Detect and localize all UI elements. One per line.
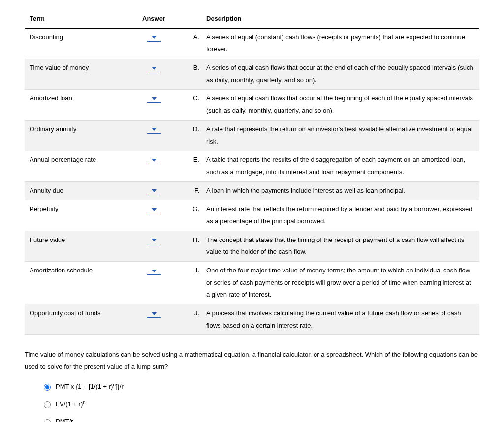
term-cell: Ordinary annuity — [25, 120, 128, 151]
svg-marker-5 — [152, 189, 157, 192]
svg-marker-3 — [152, 128, 157, 131]
chevron-down-icon — [151, 309, 157, 317]
option-radio[interactable] — [44, 419, 51, 422]
letter-cell: I. — [180, 262, 201, 304]
chevron-down-icon — [151, 156, 157, 163]
answer-dropdown[interactable] — [147, 126, 161, 134]
term-cell: Future value — [25, 231, 128, 261]
letter-cell: H. — [180, 231, 201, 261]
answer-dropdown[interactable] — [147, 187, 161, 195]
answer-dropdown[interactable] — [147, 310, 161, 318]
chevron-down-icon — [151, 125, 157, 133]
answer-cell — [128, 200, 180, 231]
question-text: Time value of money calculations can be … — [25, 349, 479, 373]
svg-marker-4 — [152, 159, 157, 162]
header-spacer — [180, 10, 201, 28]
letter-cell: F. — [180, 181, 201, 200]
answer-dropdown[interactable] — [147, 156, 161, 164]
answer-cell — [128, 231, 180, 261]
options-group: PMT x {1 – [1/(1 + r)n]}/rFV/(1 + r)nPMT… — [41, 380, 479, 422]
term-cell: Amortization schedule — [25, 262, 128, 304]
description-cell: A process that involves calculating the … — [201, 304, 479, 335]
option-label: PMT/r — [56, 416, 73, 422]
answer-cell — [128, 28, 180, 59]
answer-dropdown[interactable] — [147, 95, 161, 103]
letter-cell: G. — [180, 200, 201, 231]
description-cell: A series of equal cash flows that occur … — [201, 90, 479, 120]
description-cell: The concept that states that the timing … — [201, 231, 479, 261]
svg-marker-8 — [152, 270, 157, 272]
table-row: Ordinary annuityD.A rate that represents… — [25, 120, 479, 151]
description-cell: A table that reports the results of the … — [201, 151, 479, 181]
answer-dropdown[interactable] — [147, 237, 161, 244]
answer-cell — [128, 262, 180, 304]
answer-dropdown[interactable] — [147, 34, 161, 42]
answer-cell — [128, 120, 180, 151]
chevron-down-icon — [151, 236, 157, 243]
description-cell: A series of equal cash flows that occur … — [201, 59, 479, 90]
letter-cell: B. — [180, 59, 201, 90]
option-radio[interactable] — [44, 384, 51, 391]
chevron-down-icon — [151, 64, 157, 71]
term-cell: Opportunity cost of funds — [25, 304, 128, 335]
answer-cell — [128, 181, 180, 200]
answer-dropdown[interactable] — [147, 64, 161, 72]
letter-cell: C. — [180, 90, 201, 120]
chevron-down-icon — [151, 94, 157, 102]
option-row[interactable]: PMT x {1 – [1/(1 + r)n]}/r — [41, 380, 479, 393]
option-radio[interactable] — [44, 401, 51, 408]
table-row: Opportunity cost of fundsJ.A process tha… — [25, 304, 479, 335]
option-label: FV/(1 + r)n — [56, 398, 86, 411]
option-row[interactable]: PMT/r — [41, 416, 479, 422]
description-cell: A rate that represents the return on an … — [201, 120, 479, 151]
table-row: Annual percentage rateE.A table that rep… — [25, 151, 479, 181]
answer-cell — [128, 304, 180, 335]
table-row: DiscountingA.A series of equal (constant… — [25, 28, 479, 59]
matching-table: Term Answer Description DiscountingA.A s… — [25, 10, 479, 335]
table-row: Time value of moneyB.A series of equal c… — [25, 59, 479, 90]
description-cell: One of the four major time value of mone… — [201, 262, 479, 304]
svg-marker-1 — [152, 67, 157, 70]
term-cell: Discounting — [25, 28, 128, 59]
header-description: Description — [201, 10, 479, 28]
answer-dropdown[interactable] — [147, 206, 161, 213]
svg-marker-6 — [152, 208, 157, 211]
chevron-down-icon — [151, 205, 157, 212]
answer-cell — [128, 151, 180, 181]
option-label: PMT x {1 – [1/(1 + r)n]}/r — [56, 380, 124, 393]
header-answer: Answer — [128, 10, 180, 28]
table-row: Future valueH.The concept that states th… — [25, 231, 479, 261]
table-row: Amortized loanC.A series of equal cash f… — [25, 90, 479, 120]
term-cell: Annual percentage rate — [25, 151, 128, 181]
letter-cell: E. — [180, 151, 201, 181]
description-cell: A loan in which the payments include int… — [201, 181, 479, 200]
answer-cell — [128, 59, 180, 90]
letter-cell: D. — [180, 120, 201, 151]
term-cell: Perpetuity — [25, 200, 128, 231]
svg-marker-9 — [152, 312, 157, 315]
term-cell: Time value of money — [25, 59, 128, 90]
letter-cell: J. — [180, 304, 201, 335]
table-row: Amortization scheduleI.One of the four m… — [25, 262, 479, 304]
chevron-down-icon — [151, 33, 157, 41]
table-row: Annuity dueF.A loan in which the payment… — [25, 181, 479, 200]
description-cell: An interest rate that reflects the retur… — [201, 200, 479, 231]
svg-marker-2 — [152, 97, 157, 100]
term-cell: Amortized loan — [25, 90, 128, 120]
svg-marker-0 — [152, 36, 157, 39]
term-cell: Annuity due — [25, 181, 128, 200]
answer-dropdown[interactable] — [147, 267, 161, 275]
letter-cell: A. — [180, 28, 201, 59]
svg-marker-7 — [152, 239, 157, 241]
chevron-down-icon — [151, 267, 157, 274]
description-cell: A series of equal (constant) cash flows … — [201, 28, 479, 59]
answer-cell — [128, 90, 180, 120]
table-row: PerpetuityG.An interest rate that reflec… — [25, 200, 479, 231]
option-row[interactable]: FV/(1 + r)n — [41, 398, 479, 411]
chevron-down-icon — [151, 187, 157, 194]
header-term: Term — [25, 10, 128, 28]
